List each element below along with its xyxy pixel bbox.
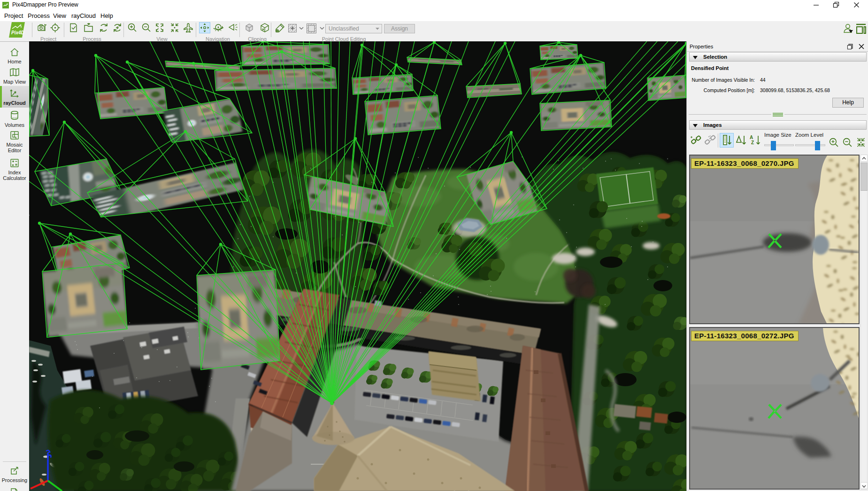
- svg-text:A: A: [750, 135, 753, 140]
- svg-text:Z: Z: [751, 140, 754, 145]
- svg-text:Pix4D: Pix4D: [11, 30, 24, 35]
